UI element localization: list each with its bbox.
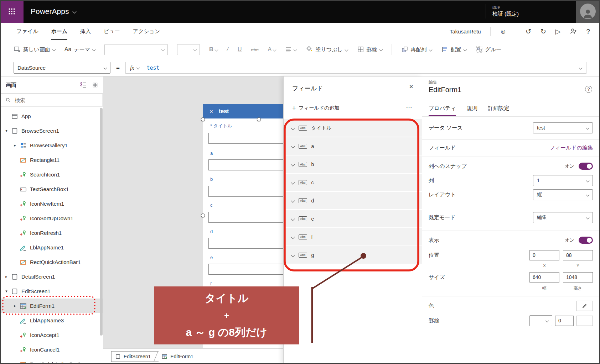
default-mode-dropdown[interactable]: 編集: [533, 212, 593, 223]
environment-selector[interactable]: 環境 検証 (既定): [492, 5, 519, 17]
tree-item-lblappname3[interactable]: LblAppName3: [0, 313, 103, 328]
chevron-down-icon[interactable]: [291, 217, 295, 221]
tree-item-rectquickactionbar3[interactable]: RectQuickActionBar3: [0, 357, 103, 364]
field-row-g[interactable]: Abcg: [284, 246, 422, 264]
tree-item-iconaccept1[interactable]: IconAccept1: [0, 328, 103, 342]
app-launcher-waffle-button[interactable]: [0, 0, 24, 23]
form-field-input[interactable]: [208, 186, 288, 197]
search-input[interactable]: [15, 97, 86, 103]
formula-input[interactable]: fx test: [125, 62, 586, 74]
tree-scrollbar[interactable]: [100, 108, 103, 336]
tree-item-lblappname1[interactable]: LblAppName1: [0, 240, 103, 255]
field-row-d[interactable]: Abcd: [284, 192, 422, 209]
tree-item-iconnewitem1[interactable]: IconNewItem1: [0, 196, 103, 211]
tree-item-iconrefresh1[interactable]: IconRefresh1: [0, 226, 103, 240]
layout-dropdown[interactable]: 縦: [533, 189, 593, 200]
breadcrumb-control[interactable]: EditForm1: [162, 354, 193, 359]
group-button[interactable]: グルー: [476, 46, 502, 53]
expand-arrow-icon[interactable]: ▾: [4, 289, 9, 294]
position-x-input[interactable]: [529, 250, 559, 260]
feedback-icon[interactable]: ☺: [500, 28, 507, 35]
chevron-down-icon[interactable]: [291, 253, 295, 257]
field-row-title[interactable]: Abcタイトル: [284, 119, 422, 137]
field-row-a[interactable]: Abca: [284, 137, 422, 155]
share-person-icon[interactable]: [570, 28, 577, 35]
menu-view[interactable]: ビュー: [104, 23, 120, 40]
tab-advanced[interactable]: 詳細設定: [488, 105, 510, 116]
selection-handle[interactable]: [257, 117, 261, 121]
undo-icon[interactable]: ↺: [526, 28, 531, 35]
collapse-all-icon[interactable]: [79, 81, 87, 89]
account-button[interactable]: [576, 0, 600, 23]
tab-properties[interactable]: プロパティ: [429, 105, 456, 116]
more-options-icon[interactable]: …: [406, 102, 413, 110]
form-field-input[interactable]: [208, 133, 288, 144]
tree-item-iconcancel1[interactable]: IconCancel1: [0, 342, 103, 357]
menu-insert[interactable]: 挿入: [80, 23, 91, 40]
columns-dropdown[interactable]: 1: [533, 175, 593, 186]
text-align-button[interactable]: [285, 46, 296, 53]
expand-arrow-icon[interactable]: ▾: [4, 128, 9, 133]
visible-toggle[interactable]: [579, 237, 593, 244]
expand-arrow-icon[interactable]: ▸: [12, 304, 18, 308]
tree-item-rectangle11[interactable]: Rectangle11: [0, 153, 103, 167]
bold-button[interactable]: B: [209, 46, 218, 53]
font-size-combo[interactable]: [177, 44, 200, 55]
form-field-input[interactable]: [208, 159, 288, 170]
selection-handle[interactable]: [201, 213, 205, 217]
strikethrough-button[interactable]: abc: [251, 47, 259, 52]
close-icon[interactable]: ×: [409, 83, 413, 90]
size-width-input[interactable]: [529, 272, 559, 283]
app-title-menu[interactable]: PowerApps: [31, 7, 76, 16]
help-icon[interactable]: ?: [585, 86, 592, 93]
tree-item-app[interactable]: App: [0, 109, 103, 123]
add-field-button[interactable]: + フィールドの追加: [292, 105, 339, 111]
snap-toggle[interactable]: [579, 163, 593, 170]
chevron-down-icon[interactable]: [291, 144, 295, 148]
italic-button[interactable]: /: [227, 46, 228, 53]
fill-button[interactable]: 塗りつぶし: [306, 46, 347, 53]
tree-item-browsescreen1[interactable]: ▾BrowseScreen1: [0, 123, 103, 138]
field-row-c[interactable]: Abcc: [284, 174, 422, 191]
field-row-b[interactable]: Abcb: [284, 155, 422, 173]
field-row-f[interactable]: Abcf: [284, 228, 422, 246]
border-style-dropdown[interactable]: —: [529, 315, 552, 326]
chevron-down-icon[interactable]: [291, 180, 295, 184]
size-height-input[interactable]: [563, 272, 593, 283]
screen-title-bar[interactable]: × test: [203, 104, 283, 118]
new-screen-button[interactable]: 新しい画面: [14, 46, 55, 53]
form-field-input[interactable]: [208, 238, 288, 249]
close-icon[interactable]: ×: [210, 109, 213, 115]
tree-item-searchicon1[interactable]: SearchIcon1: [0, 167, 103, 182]
tree-item-editscreen1[interactable]: ▾EditScreen1: [0, 284, 103, 299]
tree-item-iconsortupdown1[interactable]: IconSortUpDown1: [0, 211, 103, 226]
font-color-button[interactable]: A: [268, 46, 276, 53]
grid-view-icon[interactable]: [92, 82, 98, 88]
breadcrumb-screen[interactable]: EditScreen1: [111, 351, 159, 362]
theme-button[interactable]: Aa テーマ: [64, 46, 95, 53]
border-color-swatch[interactable]: [576, 316, 593, 326]
tree-item-browsegallery1[interactable]: ▸BrowseGallery1: [0, 138, 103, 153]
chevron-down-icon[interactable]: [291, 126, 295, 130]
play-preview-icon[interactable]: ▷: [555, 28, 561, 35]
formula-text[interactable]: test: [146, 65, 576, 71]
tree-item-rectquickactionbar1[interactable]: RectQuickActionBar1: [0, 255, 103, 269]
font-family-combo[interactable]: [104, 44, 168, 55]
menu-home[interactable]: ホーム: [51, 23, 67, 40]
chevron-down-icon[interactable]: [291, 235, 295, 239]
chevron-down-icon[interactable]: [291, 162, 295, 166]
chevron-down-icon[interactable]: [291, 199, 295, 202]
property-selector-dropdown[interactable]: DataSource: [14, 62, 110, 74]
redo-icon[interactable]: ↻: [540, 28, 546, 35]
border-width-input[interactable]: [555, 316, 574, 326]
underline-button[interactable]: U: [238, 46, 242, 53]
form-field-input[interactable]: [208, 264, 288, 275]
help-icon[interactable]: ?: [586, 28, 590, 35]
expand-arrow-icon[interactable]: ▸: [12, 143, 18, 148]
tree-item-textsearchbox1[interactable]: TextSearchBox1: [0, 182, 103, 196]
reorder-button[interactable]: 再配列: [401, 46, 432, 53]
tree-item-editform1[interactable]: ▸EditForm1: [0, 299, 103, 313]
menu-file[interactable]: ファイル: [16, 23, 38, 40]
datasource-dropdown[interactable]: test: [533, 122, 593, 133]
selection-handle[interactable]: [201, 117, 205, 121]
